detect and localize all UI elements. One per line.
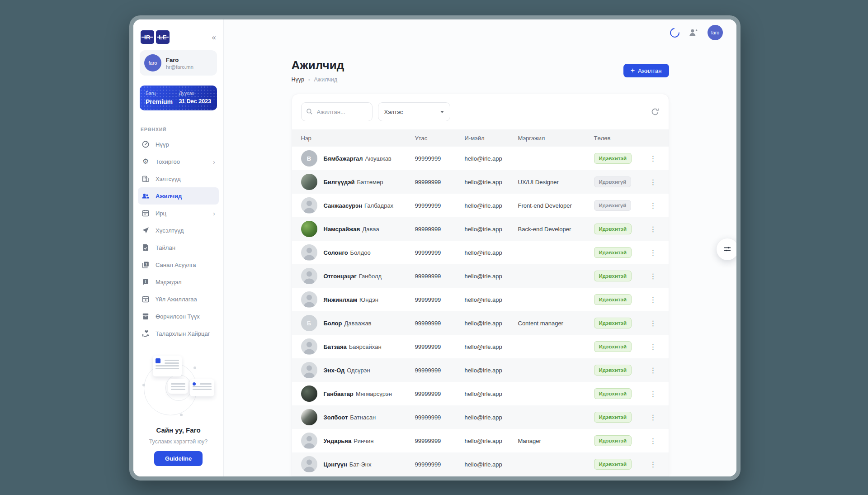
employee-avatar <box>301 433 317 449</box>
user-avatar: faro <box>144 54 161 71</box>
events-icon <box>142 295 150 303</box>
plan-card[interactable]: Багц Premium Дуусах 31 Dec 2023 <box>140 86 217 110</box>
kebab-menu-icon[interactable]: ⋮ <box>647 461 660 468</box>
status-badge: Идэвхитэй <box>594 412 632 423</box>
table-row[interactable]: Б БолорДаваажав 99999999 hello@irle.app … <box>292 311 669 335</box>
breadcrumb-home[interactable]: Нүүр <box>292 76 304 83</box>
table-row[interactable]: Энх-ОдОдсүрэн 99999999 hello@irle.app Ид… <box>292 358 669 382</box>
status-badge: Идэвхитэй <box>594 224 632 234</box>
kebab-menu-icon[interactable]: ⋮ <box>647 202 660 209</box>
phone-cell: 99999999 <box>415 155 465 162</box>
department-dropdown[interactable]: Хэлтэс <box>378 102 450 121</box>
filter-settings-button[interactable] <box>717 238 736 260</box>
sidebar-item-activities[interactable]: Үйл Ажиллагаа › <box>138 290 219 308</box>
phone-cell: 99999999 <box>415 273 465 280</box>
table-row[interactable]: ЗолбоотБатнасан 99999999 hello@irle.app … <box>292 405 669 429</box>
kebab-menu-icon[interactable]: ⋮ <box>647 414 660 421</box>
status-badge: Идэвхитэй <box>594 341 632 352</box>
table-row[interactable]: СанжаасурэнГалбадрах 99999999 hello@irle… <box>292 194 669 217</box>
help-question: Тусламж хэрэгтэй юу? <box>133 438 223 445</box>
phone-cell: 99999999 <box>415 296 465 303</box>
add-employee-button[interactable]: + Ажилтан <box>623 64 669 77</box>
email-cell: hello@irle.app <box>465 155 518 162</box>
kebab-menu-icon[interactable]: ⋮ <box>647 343 660 351</box>
email-cell: hello@irle.app <box>465 179 518 186</box>
status-badge: Идэвхитэй <box>594 459 632 470</box>
sidebar-item-survey[interactable]: ? Санал Асуулга › <box>138 256 219 273</box>
table-row[interactable]: ЦэнгүүнБат-Энх 99999999 hello@irle.app И… <box>292 452 669 476</box>
employee-avatar <box>301 291 317 308</box>
column-header: Мэргэжил <box>518 135 594 142</box>
phone-cell: 99999999 <box>415 414 465 421</box>
dashboard-icon <box>142 140 150 148</box>
kebab-menu-icon[interactable]: ⋮ <box>647 319 660 327</box>
add-user-icon[interactable] <box>689 28 698 38</box>
sidebar-item-requests[interactable]: Хүсэлтүүд › <box>138 222 219 239</box>
kebab-menu-icon[interactable]: ⋮ <box>647 225 660 233</box>
phone-cell: 99999999 <box>415 179 465 186</box>
table-row[interactable]: БилгүүдэйБаттөмөр 99999999 hello@irle.ap… <box>292 170 669 194</box>
user-card[interactable]: faro Faro hr@faro.mn <box>140 50 217 76</box>
gear-icon: ⚙ <box>142 157 150 166</box>
employees-icon <box>142 192 150 200</box>
plan-expire-date: 31 Dec 2023 <box>179 98 211 105</box>
status-badge: Идэвхитэй <box>594 271 632 281</box>
table-row[interactable]: УндарьяаРинчин 99999999 hello@irle.app M… <box>292 429 669 452</box>
kebab-menu-icon[interactable]: ⋮ <box>647 296 660 304</box>
column-header: И-мэйл <box>465 135 518 142</box>
profile-avatar[interactable]: faro <box>708 25 723 40</box>
table-row[interactable]: ЯнжинлхамЮндэн 99999999 hello@irle.app И… <box>292 288 669 311</box>
breadcrumb-current: Ажилчид <box>314 76 338 83</box>
email-cell: hello@irle.app <box>465 320 518 327</box>
kebab-menu-icon[interactable]: ⋮ <box>647 366 660 374</box>
page-content: Ажилчид Нүүр • Ажилчид + Ажилтан <box>292 46 669 476</box>
kebab-menu-icon[interactable]: ⋮ <box>647 272 660 280</box>
phone-cell: 99999999 <box>415 390 465 397</box>
email-cell: hello@irle.app <box>465 249 518 256</box>
table-row[interactable]: ГанбаатарМягмарсүрэн 99999999 hello@irle… <box>292 382 669 405</box>
sidebar-item-settings[interactable]: ⚙ Тохиргоо › <box>138 153 219 170</box>
phone-cell: 99999999 <box>415 249 465 256</box>
sidebar-item-report[interactable]: Тайлан › <box>138 239 219 256</box>
topbar: faro <box>224 19 736 46</box>
plan-name: Premium <box>146 98 173 105</box>
sidebar-item-home[interactable]: Нүүр › <box>138 136 219 153</box>
report-icon <box>142 243 150 252</box>
table-row[interactable]: ОтгонцэцэгГанболд 99999999 hello@irle.ap… <box>292 264 669 288</box>
sidebar-item-thanks-box[interactable]: Талархлын Хайрцаг › <box>138 325 219 342</box>
kebab-menu-icon[interactable]: ⋮ <box>647 249 660 257</box>
sidebar-item-employees[interactable]: Ажилчид › <box>138 187 219 205</box>
column-header: Төлөв <box>594 135 646 142</box>
table-header-row: НэрУтасИ-мэйлМэргэжилТөлөв <box>292 129 669 147</box>
employee-avatar <box>301 409 317 425</box>
status-badge: Идэвхитэй <box>594 247 632 258</box>
user-email: hr@faro.mn <box>166 64 193 70</box>
guideline-button[interactable]: Guideline <box>154 451 203 466</box>
sidebar-item-departments[interactable]: Хэлтсүүд › <box>138 170 219 187</box>
refresh-icon[interactable] <box>651 107 660 116</box>
help-greeting: Сайн уу, Faro <box>133 426 223 434</box>
kebab-menu-icon[interactable]: ⋮ <box>647 155 660 162</box>
employee-avatar <box>301 456 317 472</box>
history-icon <box>142 312 150 320</box>
phone-cell: 99999999 <box>415 367 465 374</box>
email-cell: hello@irle.app <box>465 461 518 468</box>
kebab-menu-icon[interactable]: ⋮ <box>647 178 660 186</box>
sidebar-item-history[interactable]: Өөрчилсөн Түүх › <box>138 308 219 325</box>
table-row[interactable]: НамсрайжавДаваа 99999999 hello@irle.app … <box>292 217 669 241</box>
sidebar-collapse-icon[interactable]: « <box>212 33 216 41</box>
kebab-menu-icon[interactable]: ⋮ <box>647 437 660 445</box>
sliders-icon <box>723 245 731 253</box>
table-row[interactable]: СолонгоБолдоо 99999999 hello@irle.app Ид… <box>292 241 669 264</box>
email-cell: hello@irle.app <box>465 343 518 350</box>
sidebar-item-notifications[interactable]: ! Мэдэгдэл › <box>138 273 219 290</box>
table-row[interactable]: B БямбажаргалАюушжав 99999999 hello@irle… <box>292 147 669 170</box>
table-body: B БямбажаргалАюушжав 99999999 hello@irle… <box>292 147 669 476</box>
email-cell: hello@irle.app <box>465 438 518 444</box>
column-header: Нэр <box>301 135 415 142</box>
breadcrumb: Нүүр • Ажилчид <box>292 76 344 83</box>
kebab-menu-icon[interactable]: ⋮ <box>647 390 660 398</box>
sidebar-item-attendance[interactable]: Ирц › <box>138 205 219 222</box>
table-row[interactable]: БатзаяаБаярсайхан 99999999 hello@irle.ap… <box>292 335 669 358</box>
plan-expire-label: Дуусах <box>179 90 211 96</box>
